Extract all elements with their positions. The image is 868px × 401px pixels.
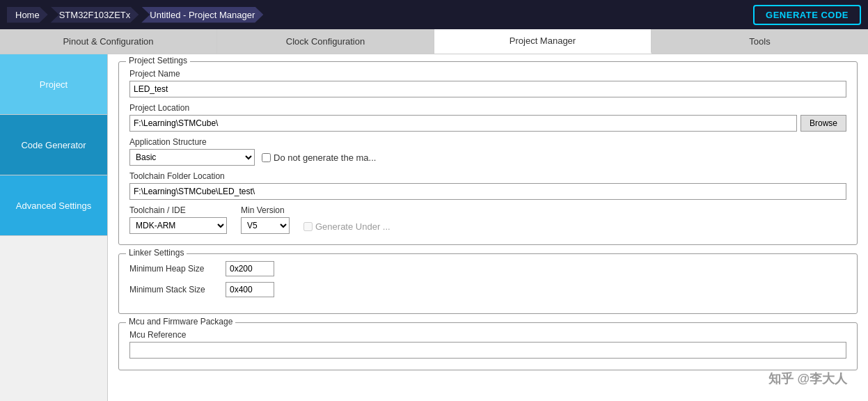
breadcrumb: Home STM32F103ZETx Untitled - Project Ma… [7, 7, 263, 23]
mcu-ref-input[interactable] [129, 342, 846, 359]
mcu-firmware-box: Mcu and Firmware Package Mcu Reference [118, 322, 858, 370]
breadcrumb-mcu[interactable]: STM32F103ZETx [51, 7, 139, 23]
toolchain-folder-label: Toolchain Folder Location [129, 171, 846, 181]
main-layout: Project Code Generator Advanced Settings… [0, 54, 868, 401]
toolchain-folder-row: Toolchain Folder Location [129, 171, 846, 200]
project-name-label: Project Name [129, 69, 846, 79]
mcu-firmware-title: Mcu and Firmware Package [126, 317, 235, 327]
project-location-input-row: Browse [129, 115, 846, 132]
tab-project-manager[interactable]: Project Manager [434, 29, 652, 54]
project-settings-box: Project Settings Project Name Project Lo… [118, 61, 858, 245]
app-structure-row: Application Structure Basic Do not gener… [129, 137, 846, 166]
content-area: Project Settings Project Name Project Lo… [108, 54, 868, 401]
tab-tools[interactable]: Tools [652, 29, 868, 54]
linker-settings-title: Linker Settings [126, 248, 187, 258]
linker-settings-box: Linker Settings Minimum Heap Size Minimu… [118, 253, 858, 314]
top-nav: Home STM32F103ZETx Untitled - Project Ma… [0, 0, 868, 29]
min-version-group: Min Version V5 [241, 205, 290, 234]
project-location-input[interactable] [129, 115, 797, 132]
app-structure-select[interactable]: Basic [129, 149, 255, 166]
min-version-select[interactable]: V5 [241, 217, 290, 234]
mcu-ref-label: Mcu Reference [129, 330, 846, 340]
sidebar-item-project[interactable]: Project [0, 54, 107, 115]
breadcrumb-project-manager[interactable]: Untitled - Project Manager [141, 7, 263, 23]
min-stack-row: Minimum Stack Size [129, 282, 846, 297]
app-structure-controls: Basic Do not generate the ma... [129, 149, 846, 166]
min-stack-label: Minimum Stack Size [129, 285, 220, 294]
app-structure-label: Application Structure [129, 137, 846, 147]
toolchain-ide-row: Toolchain / IDE MDK-ARM Min Version V5 G… [129, 205, 846, 234]
generate-code-button[interactable]: GENERATE CODE [753, 5, 861, 25]
project-name-input[interactable] [129, 81, 846, 97]
min-version-label: Min Version [241, 205, 290, 215]
do-not-generate-label: Do not generate the ma... [262, 152, 376, 163]
min-stack-input[interactable] [226, 282, 274, 297]
min-heap-input[interactable] [226, 261, 274, 276]
toolchain-folder-input[interactable] [129, 183, 846, 200]
watermark: 知乎 @李大人 [768, 370, 847, 387]
project-settings-title: Project Settings [126, 56, 190, 65]
generate-under-group: Generate Under ... [303, 221, 390, 232]
sidebar-item-code-generator[interactable]: Code Generator [0, 115, 107, 175]
project-location-label: Project Location [129, 103, 846, 113]
tab-pinout[interactable]: Pinout & Configuration [0, 29, 217, 54]
toolchain-ide-select[interactable]: MDK-ARM [129, 217, 227, 234]
tab-clock[interactable]: Clock Configuration [217, 29, 434, 54]
project-name-row: Project Name [129, 69, 846, 97]
do-not-generate-checkbox[interactable] [262, 153, 271, 162]
sidebar-item-advanced-settings[interactable]: Advanced Settings [0, 175, 107, 236]
sidebar: Project Code Generator Advanced Settings [0, 54, 108, 401]
min-heap-label: Minimum Heap Size [129, 264, 220, 274]
browse-button[interactable]: Browse [800, 115, 846, 132]
generate-under-checkbox[interactable] [303, 222, 313, 231]
project-location-row: Project Location Browse [129, 103, 846, 132]
toolchain-ide-group: Toolchain / IDE MDK-ARM [129, 205, 227, 234]
mcu-ref-row: Mcu Reference [129, 330, 846, 359]
tab-bar: Pinout & Configuration Clock Configurati… [0, 29, 868, 54]
min-heap-row: Minimum Heap Size [129, 261, 846, 276]
breadcrumb-home[interactable]: Home [7, 7, 48, 23]
toolchain-ide-label: Toolchain / IDE [129, 205, 227, 215]
